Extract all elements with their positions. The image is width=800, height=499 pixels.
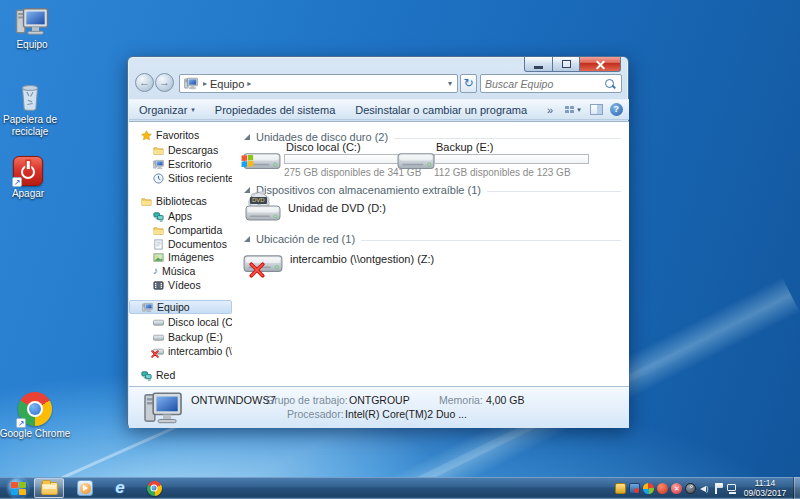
sidebar-item-descargas[interactable]: Descargas xyxy=(129,143,232,157)
section-rule xyxy=(487,191,621,192)
tray-status-icon[interactable] xyxy=(657,483,668,494)
network-icon[interactable] xyxy=(727,483,738,494)
computer-icon xyxy=(142,302,153,313)
explorer-window: ← → ▸ Equipo ▸ ▾ ↻ Organizar ▾ Propiedad… xyxy=(127,56,629,428)
section-header-network-location[interactable]: Ubicación de red (1) xyxy=(244,232,621,246)
refresh-button[interactable]: ↻ xyxy=(460,74,477,93)
search-box[interactable] xyxy=(480,74,622,93)
breadcrumb-separator-icon[interactable]: ▸ xyxy=(244,79,254,88)
minimize-button[interactable] xyxy=(524,57,553,72)
hard-drive-icon xyxy=(397,146,435,174)
desktop-icon-recycle-bin[interactable]: Papelera de reciclaje xyxy=(0,80,62,137)
navigation-pane: Favoritos Descargas Escritorio Sitios re… xyxy=(129,122,234,386)
documents-icon xyxy=(153,239,164,250)
taskbar-chrome-button[interactable] xyxy=(139,478,169,498)
sidebar-item-musica[interactable]: ♪ Música xyxy=(129,264,232,278)
chevron-down-icon: ▾ xyxy=(191,106,195,114)
taskbar-internet-explorer-button[interactable]: e xyxy=(105,478,135,498)
clock-time: 11:14 xyxy=(740,478,790,488)
taskbar-media-player-button[interactable] xyxy=(70,478,100,498)
sidebar-item-intercambio[interactable]: intercambio (\\ontg xyxy=(129,344,232,358)
tray-security-icon[interactable] xyxy=(643,483,654,494)
breadcrumb[interactable]: Equipo xyxy=(210,78,244,90)
uninstall-program-button[interactable]: Desinstalar o cambiar un programa xyxy=(345,104,537,116)
explorer-folder-icon xyxy=(41,482,58,495)
computer-icon xyxy=(143,390,183,426)
toolbar-overflow-chevron[interactable]: » xyxy=(537,104,563,116)
taskbar-explorer-button[interactable] xyxy=(34,478,64,498)
network-icon xyxy=(141,370,152,381)
dvd-badge: DVD xyxy=(250,197,267,204)
action-center-flag-icon[interactable] xyxy=(713,483,724,494)
folder-icon xyxy=(153,145,164,156)
computer-name: ONTWINDOWS7 xyxy=(191,394,276,406)
search-input[interactable] xyxy=(481,78,604,90)
desktop-icon-chrome[interactable]: ↗ Google Chrome xyxy=(0,392,71,440)
star-icon xyxy=(141,130,152,141)
sidebar-item-imagenes[interactable]: Imágenes xyxy=(129,250,232,264)
sidebar-item-videos[interactable]: Vídeos xyxy=(129,278,232,292)
sidebar-group-equipo[interactable]: Equipo xyxy=(129,300,232,314)
tray-lock-icon[interactable] xyxy=(615,483,626,494)
views-icon xyxy=(565,106,574,113)
taskbar: e ✕ ) 11:14 09/03/2017 xyxy=(0,477,800,499)
hard-drive-icon xyxy=(243,146,281,174)
tray-clock-app-icon[interactable] xyxy=(685,483,696,494)
tray-remote-icon[interactable] xyxy=(629,483,640,494)
drive-free-space: 112 GB disponibles de 123 GB xyxy=(434,167,571,178)
shortcut-arrow-icon: ↗ xyxy=(12,177,22,187)
collapse-triangle-icon xyxy=(244,134,250,140)
section-header-removable[interactable]: Dispositivos con almacenamiento extraíbl… xyxy=(244,183,621,197)
forward-button[interactable]: → xyxy=(155,73,174,92)
sidebar-item-documentos[interactable]: Documentos xyxy=(129,237,232,251)
desktop-icon-apagar[interactable]: ↗ Apagar xyxy=(0,156,60,200)
details-pane: ONTWINDOWS7 Grupo de trabajo: ONTGROUP M… xyxy=(129,386,629,428)
drive-icon xyxy=(153,332,164,343)
videos-icon xyxy=(153,280,164,291)
sidebar-item-escritorio[interactable]: Escritorio xyxy=(129,157,232,171)
preview-pane-button[interactable] xyxy=(590,104,603,115)
address-bar[interactable]: ▸ Equipo ▸ ▾ xyxy=(179,74,458,93)
minimize-icon xyxy=(534,66,543,69)
apps-library-icon xyxy=(153,211,164,222)
sidebar-item-disco-local-c[interactable]: Disco local (C:) xyxy=(129,315,232,329)
command-bar: Organizar ▾ Propiedades del sistema Desi… xyxy=(129,99,629,120)
internet-explorer-icon: e xyxy=(115,480,124,496)
processor-value: Intel(R) Core(TM)2 Duo ... xyxy=(345,408,467,420)
close-icon xyxy=(595,59,606,70)
change-view-button[interactable]: ▾ xyxy=(563,106,583,114)
organizar-menu[interactable]: Organizar ▾ xyxy=(129,104,205,116)
desktop-icon-equipo[interactable]: Equipo xyxy=(0,6,64,51)
start-button[interactable] xyxy=(8,478,28,498)
taskbar-clock[interactable]: 11:14 09/03/2017 xyxy=(740,478,790,498)
sidebar-item-backup-e[interactable]: Backup (E:) xyxy=(129,330,232,344)
close-button[interactable] xyxy=(580,57,621,72)
organizar-label: Organizar xyxy=(139,104,187,116)
sidebar-item-apps[interactable]: Apps xyxy=(129,209,232,223)
volume-icon[interactable]: ) xyxy=(699,483,710,494)
network-drive-name: intercambio (\\ontgestion) (Z:) xyxy=(290,253,434,265)
help-button[interactable]: ? xyxy=(610,103,623,116)
items-pane: Unidades de disco duro (2) Disco local (… xyxy=(234,122,629,386)
address-dropdown-icon[interactable]: ▾ xyxy=(443,79,457,88)
system-tray: ✕ ) xyxy=(615,477,738,499)
sidebar-item-sitios-recientes[interactable]: Sitios recientes xyxy=(129,171,232,185)
recycle-bin-icon xyxy=(17,80,43,112)
pictures-icon xyxy=(153,252,164,263)
drive-icon xyxy=(153,317,164,328)
disconnected-network-drive-icon xyxy=(243,248,283,280)
desktop-icon-label: Google Chrome xyxy=(0,428,71,440)
sidebar-item-compartida[interactable]: Compartida xyxy=(129,223,232,237)
system-properties-button[interactable]: Propiedades del sistema xyxy=(205,104,345,116)
section-rule xyxy=(361,240,621,241)
recent-places-icon xyxy=(153,173,164,184)
tray-update-icon[interactable]: ✕ xyxy=(671,483,682,494)
search-icon[interactable] xyxy=(604,78,616,90)
sidebar-group-bibliotecas[interactable]: Bibliotecas xyxy=(129,194,232,208)
back-button[interactable]: ← xyxy=(135,73,154,92)
show-desktop-button[interactable] xyxy=(793,477,800,499)
maximize-button[interactable] xyxy=(553,57,580,72)
sidebar-group-red[interactable]: Red xyxy=(129,368,232,382)
dvd-drive-name: Unidad de DVD (D:) xyxy=(288,202,386,214)
sidebar-group-favoritos[interactable]: Favoritos xyxy=(129,128,232,142)
